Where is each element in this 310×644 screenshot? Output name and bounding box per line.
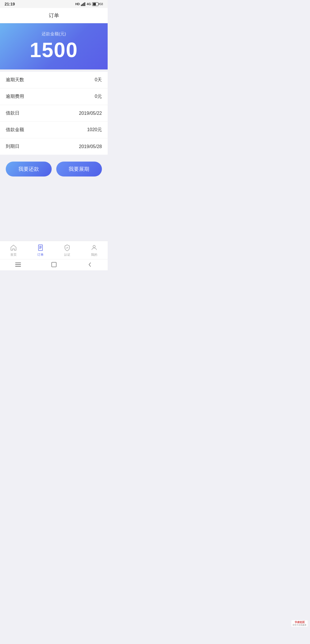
- svg-point-9: [93, 245, 95, 248]
- svg-rect-11: [15, 264, 21, 265]
- mine-icon: [90, 244, 98, 251]
- nav-label-home: 首页: [10, 253, 17, 257]
- loan-amount-value: 1020元: [87, 127, 102, 133]
- amount-label: 还款金额(元): [6, 31, 102, 37]
- order-icon: [37, 244, 44, 251]
- extend-button[interactable]: 我要展期: [56, 162, 102, 176]
- repay-button[interactable]: 我要还款: [6, 162, 52, 176]
- info-section: 逾期天数 0天 逾期费用 0元 借款日 2019/05/22 借款金额 1020…: [0, 72, 108, 155]
- auth-icon: [63, 244, 71, 251]
- amount-banner: 还款金额(元) 1500: [0, 23, 108, 69]
- overdue-fee-value: 0元: [95, 94, 102, 100]
- back-button[interactable]: [86, 262, 94, 267]
- due-date-row: 到期日 2019/05/28: [0, 138, 108, 155]
- status-icons: HD 4G 58: [75, 2, 103, 6]
- status-bar: 21:19 HD 4G 58: [0, 0, 108, 8]
- nav-item-home[interactable]: 首页: [5, 244, 22, 257]
- bottom-nav: 首页 订单 认证 我的: [0, 241, 108, 259]
- menu-button[interactable]: [14, 262, 22, 267]
- network-type: 4G: [87, 2, 91, 6]
- due-date-label: 到期日: [6, 143, 20, 150]
- loan-date-value: 2019/05/22: [79, 111, 102, 116]
- status-time: 21:19: [5, 2, 15, 6]
- svg-rect-13: [52, 262, 56, 267]
- loan-date-label: 借款日: [6, 110, 20, 116]
- overdue-days-value: 0天: [95, 77, 102, 83]
- page-title: 订单: [49, 13, 59, 18]
- svg-rect-12: [15, 266, 21, 267]
- signal-icon: [81, 2, 86, 6]
- nav-label-mine: 我的: [91, 253, 97, 257]
- system-nav-bar: 卡农社区 非官方在线服务: [0, 259, 108, 270]
- overdue-fee-label: 逾期费用: [6, 94, 24, 100]
- svg-rect-8: [40, 247, 41, 249]
- svg-rect-3: [84, 2, 85, 6]
- nav-label-order: 订单: [37, 253, 44, 257]
- nav-item-order[interactable]: 订单: [32, 244, 49, 257]
- svg-rect-2: [83, 3, 84, 6]
- svg-rect-10: [15, 263, 21, 263]
- content-area: [0, 183, 108, 241]
- nav-item-mine[interactable]: 我的: [86, 244, 103, 257]
- home-button[interactable]: [50, 262, 58, 267]
- nav-label-auth: 认证: [64, 253, 70, 257]
- loan-amount-row: 借款金额 1020元: [0, 122, 108, 138]
- overdue-fee-row: 逾期费用 0元: [0, 88, 108, 105]
- page-header: 订单: [0, 8, 108, 23]
- due-date-value: 2019/05/28: [79, 144, 102, 149]
- svg-rect-0: [81, 5, 82, 6]
- overdue-days-label: 逾期天数: [6, 77, 24, 83]
- nav-item-auth[interactable]: 认证: [59, 244, 76, 257]
- amount-value: 1500: [6, 40, 102, 60]
- svg-rect-1: [82, 4, 83, 6]
- overdue-days-row: 逾期天数 0天: [0, 72, 108, 88]
- action-section: 我要还款 我要展期: [0, 155, 108, 183]
- loan-amount-label: 借款金额: [6, 127, 24, 133]
- battery-icon: [92, 2, 98, 6]
- home-icon: [10, 244, 17, 251]
- loan-date-row: 借款日 2019/05/22: [0, 105, 108, 122]
- battery-level: 58: [100, 2, 103, 6]
- network-label: HD: [75, 2, 80, 6]
